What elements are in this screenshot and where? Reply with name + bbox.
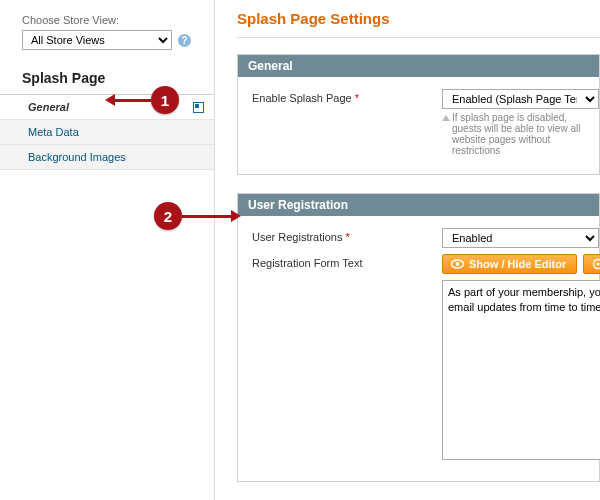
page-title: Splash Page Settings: [237, 10, 600, 38]
user-registrations-label: User Registrations *: [252, 228, 442, 243]
enable-splash-label: Enable Splash Page *: [252, 89, 442, 104]
fieldset-user-registration: User Registration User Registrations * E…: [237, 193, 600, 482]
sidebar-item-label: Background Images: [28, 151, 126, 163]
registration-form-text-input[interactable]: [442, 280, 600, 460]
fieldset-heading: General: [238, 55, 599, 77]
fieldset-heading: User Registration: [238, 194, 599, 216]
insert-widget-button[interactable]: Insert Widget: [583, 254, 600, 274]
sidebar-item-label: Meta Data: [28, 126, 79, 138]
enable-splash-note: If splash page is disabled, guests will …: [442, 112, 599, 156]
gear-icon: [592, 258, 600, 270]
svg-point-1: [456, 262, 460, 266]
callout-badge-2: 2: [154, 202, 182, 230]
callout-badge-1: 1: [151, 86, 179, 114]
eye-icon: [451, 259, 464, 269]
main-content: Splash Page Settings General Enable Spla…: [215, 0, 600, 500]
store-view-switcher: Choose Store View: All Store Views ?: [0, 8, 214, 60]
callout-arrow-2: [182, 215, 232, 218]
user-registrations-select[interactable]: Enabled: [442, 228, 599, 248]
scope-icon: [193, 102, 204, 113]
enable-splash-select[interactable]: Enabled (Splash Page Template): [442, 89, 599, 109]
registration-form-text-label: Registration Form Text: [252, 254, 442, 269]
store-view-label: Choose Store View:: [22, 14, 204, 26]
sidebar: Choose Store View: All Store Views ? Spl…: [0, 0, 215, 500]
show-hide-editor-button[interactable]: Show / Hide Editor: [442, 254, 577, 274]
sidebar-item-metadata[interactable]: Meta Data: [0, 120, 214, 145]
sidebar-item-label: General: [28, 101, 69, 113]
store-view-select[interactable]: All Store Views: [22, 30, 172, 50]
svg-point-3: [597, 262, 600, 265]
help-icon[interactable]: ?: [178, 34, 191, 47]
fieldset-general: General Enable Splash Page * Enabled (Sp…: [237, 54, 600, 175]
sidebar-section-title: Splash Page: [0, 60, 214, 95]
callout-arrow-1: [114, 99, 152, 102]
sidebar-item-background-images[interactable]: Background Images: [0, 145, 214, 170]
